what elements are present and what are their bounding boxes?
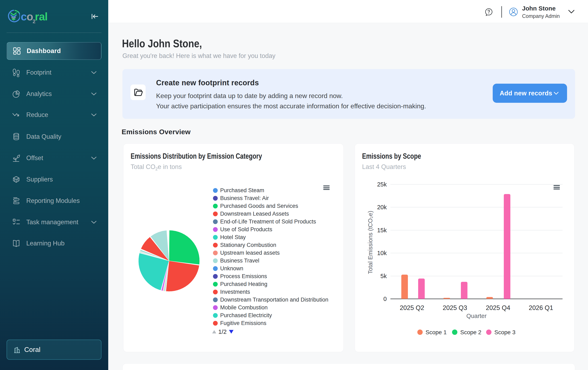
svg-text:10k: 10k — [377, 250, 387, 256]
svg-text:Scope 1: Scope 1 — [426, 329, 447, 336]
svg-text:0: 0 — [383, 296, 387, 302]
svg-text:5k: 5k — [380, 273, 387, 279]
svg-text:Quarter: Quarter — [466, 313, 487, 319]
svg-text:Scope 3: Scope 3 — [494, 329, 515, 336]
svg-text:2025 Q2: 2025 Q2 — [400, 304, 424, 311]
svg-text:2025 Q3: 2025 Q3 — [443, 304, 467, 311]
svg-text:15k: 15k — [377, 227, 387, 234]
svg-text:Total Emissions (tCO₂e): Total Emissions (tCO₂e) — [367, 211, 374, 274]
svg-text:2025 Q4: 2025 Q4 — [486, 304, 510, 311]
svg-text:25k: 25k — [377, 181, 387, 188]
svg-text:2026 Q1: 2026 Q1 — [529, 304, 553, 311]
svg-text:20k: 20k — [377, 204, 387, 210]
svg-text:Scope 2: Scope 2 — [460, 329, 481, 336]
